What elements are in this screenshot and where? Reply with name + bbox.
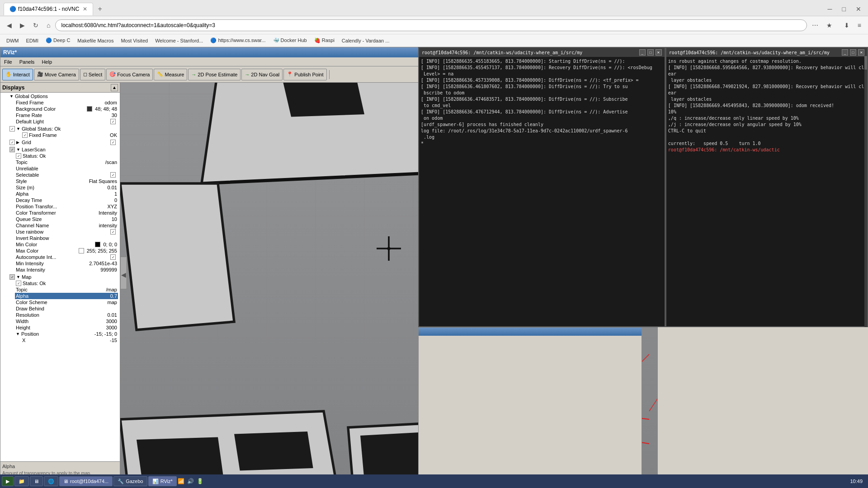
bookmark-stanford[interactable]: Welcome - Stanford... — [152, 37, 206, 44]
bookmark-deepc[interactable]: 🔵 Deep C — [43, 37, 73, 44]
default-light-row[interactable]: Default Light — [15, 118, 118, 125]
fixed-frame-row[interactable]: Fixed Frame odom — [15, 99, 118, 106]
taskbar-rviz-terminal[interactable]: 🖥 root@f10da474... — [59, 476, 113, 486]
map-height-row[interactable]: Height 3000 — [15, 324, 118, 331]
global-options-arrow[interactable]: ▼ — [9, 94, 15, 99]
bookmark-docker[interactable]: 🐳 Docker Hub — [270, 37, 310, 44]
terminal-left-content[interactable]: [ INFO] [1582886635.455183665, 813.78400… — [419, 57, 665, 326]
map-colorscheme-row[interactable]: Color Scheme map — [15, 299, 118, 305]
gs-fixed-frame-row[interactable]: Fixed Frame OK — [21, 132, 118, 138]
ls-minintensity-row[interactable]: Min Intensity 2.70451e-43 — [15, 260, 118, 267]
global-status-check[interactable] — [9, 126, 15, 131]
map-status-row[interactable]: Status: Ok — [15, 280, 118, 286]
settings-btn[interactable]: ≡ — [854, 20, 864, 31]
term-right-max[interactable]: □ — [850, 49, 856, 56]
map-drawbehind-row[interactable]: Draw Behind — [15, 305, 118, 312]
frame-rate-row[interactable]: Frame Rate 30 — [15, 112, 118, 118]
global-status-row[interactable]: ▼ Global Status: Ok — [2, 126, 118, 132]
ls-topic-row[interactable]: Topic /scan — [15, 159, 118, 165]
term-left-close[interactable]: ✕ — [656, 49, 662, 56]
background-color-row[interactable]: Background Color 48; 48; 48 — [15, 106, 118, 112]
ls-selectable-row[interactable]: Selectable — [15, 172, 118, 178]
term-right-close[interactable]: ✕ — [858, 49, 864, 56]
home-btn[interactable]: ⌂ — [43, 20, 53, 31]
ls-autocompute-check[interactable] — [110, 254, 116, 260]
back-btn[interactable]: ◀ — [4, 20, 15, 31]
taskbar-terminal[interactable]: 🖥 — [30, 476, 43, 486]
term-left-min[interactable]: _ — [639, 49, 646, 56]
ls-unreliable-row[interactable]: Unreliable — [15, 165, 118, 172]
tool-focus-camera[interactable]: 🎯 Focus Camera — [106, 69, 153, 80]
taskbar-files[interactable]: 📁 — [14, 476, 29, 486]
ls-mincolor-row[interactable]: Min Color 0; 0; 0 — [15, 241, 118, 248]
browser-maximize[interactable]: □ — [839, 4, 849, 14]
extensions-btn[interactable]: ⋯ — [809, 20, 821, 31]
grid-row[interactable]: ▶ Grid — [2, 139, 118, 145]
forward-btn[interactable]: ▶ — [17, 20, 28, 31]
ls-queue-row[interactable]: Queue Size 10 — [15, 216, 118, 222]
refresh-btn[interactable]: ↻ — [30, 20, 42, 31]
ls-pos-trans-row[interactable]: Position Transfor... XYZ — [15, 203, 118, 210]
ls-size-row[interactable]: Size (m) 0.01 — [15, 184, 118, 191]
tab-close-btn[interactable]: ✕ — [83, 6, 87, 12]
ls-alpha-row[interactable]: Alpha 1 — [15, 191, 118, 197]
map-arrow[interactable]: ▼ — [16, 275, 22, 279]
url-bar[interactable] — [55, 19, 807, 31]
ls-maxintensity-row[interactable]: Max Intensity 999999 — [15, 267, 118, 273]
global-options-row[interactable]: ▼ Global Options — [2, 93, 118, 99]
tool-2d-pose[interactable]: → 2D Pose Estimate — [188, 69, 241, 80]
ls-decay-row[interactable]: Decay Time 0 — [15, 197, 118, 203]
ls-selectable-check[interactable] — [110, 172, 116, 178]
menu-help[interactable]: Help — [40, 59, 54, 65]
map-pos-x-row[interactable]: X -15 — [21, 337, 118, 343]
grid-check[interactable] — [9, 140, 15, 145]
active-tab[interactable]: 🔵 f10da474c596:1 - noVNC ✕ — [4, 3, 93, 15]
map-resolution-row[interactable]: Resolution 0.01 — [15, 312, 118, 318]
terminal-scrollbar[interactable] — [864, 56, 867, 70]
ls-invert-row[interactable]: Invert Rainbow — [15, 235, 118, 241]
taskbar-browser[interactable]: 🌐 — [44, 476, 58, 486]
bookmark-edmi[interactable]: EDMI — [24, 37, 42, 44]
ls-rainbow-check[interactable] — [110, 229, 116, 235]
bookmark-calendly[interactable]: Calendly - Vardaan ... — [339, 37, 392, 44]
tool-interact[interactable]: ✋ Interact — [2, 69, 33, 80]
bookmark-raspi[interactable]: 🍓 Raspi — [311, 37, 337, 44]
tool-measure[interactable]: 📏 Measure — [154, 69, 187, 80]
map-check[interactable] — [9, 274, 15, 280]
grid-enabled[interactable] — [110, 140, 116, 145]
ls-autocompute-row[interactable]: Autocompute Int... — [15, 254, 118, 260]
tool-move-camera[interactable]: 🎥 Move Camera — [34, 69, 79, 80]
laserscan-row[interactable]: ▼ LaserScan — [2, 146, 118, 153]
taskbar-rviz[interactable]: 📊 RViz* — [148, 476, 177, 486]
default-light-check[interactable] — [110, 119, 116, 124]
taskbar-gazebo[interactable]: 🔧 Gazebo — [113, 476, 147, 486]
bookmark-cs[interactable]: 🔵 https://www.cs.swar... — [208, 37, 268, 44]
bookmark-dwm[interactable]: DWM — [4, 37, 22, 44]
browser-close[interactable]: ✕ — [853, 4, 864, 14]
laserscan-check[interactable] — [9, 147, 15, 152]
global-status-arrow[interactable]: ▼ — [16, 127, 22, 131]
term-right-min[interactable]: _ — [842, 49, 848, 56]
ls-style-row[interactable]: Style Flat Squares — [15, 178, 118, 184]
map-alpha-row[interactable]: Alpha 0.7 — [15, 293, 118, 299]
map-topic-row[interactable]: Topic /map — [15, 286, 118, 293]
bookmark-makefile[interactable]: Makefile Macros — [75, 37, 116, 44]
map-position-row[interactable]: ▼ Position -15; -15; 0 — [15, 331, 118, 337]
downloads-btn[interactable]: ⬇ — [841, 20, 853, 31]
ls-channel-row[interactable]: Channel Name intensity — [15, 222, 118, 229]
tool-select[interactable]: ◻ Select — [80, 69, 106, 80]
ls-status-row[interactable]: Status: Ok — [15, 153, 118, 159]
terminal-right-content[interactable]: ins robust against changes of costmap re… — [666, 57, 867, 326]
displays-tree[interactable]: ▼ Global Options Fixed Frame odom Backgr… — [0, 93, 120, 461]
taskbar-start-btn[interactable]: ▶ — [2, 476, 14, 486]
map-row[interactable]: ▼ Map — [2, 274, 118, 280]
tool-2d-nav[interactable]: → 2D Nav Goal — [241, 69, 283, 80]
grid-arrow[interactable]: ▶ — [16, 140, 22, 145]
bookmark-mostvisited[interactable]: Most Visited — [118, 37, 151, 44]
ls-maxcolor-row[interactable]: Max Color 255; 255; 255 — [15, 248, 118, 254]
term-left-max[interactable]: □ — [647, 49, 654, 56]
ls-color-trans-row[interactable]: Color Transformer Intensity — [15, 210, 118, 216]
star-btn[interactable]: ★ — [823, 20, 835, 31]
map-width-row[interactable]: Width 3000 — [15, 318, 118, 324]
ls-rainbow-row[interactable]: Use rainbow — [15, 229, 118, 235]
